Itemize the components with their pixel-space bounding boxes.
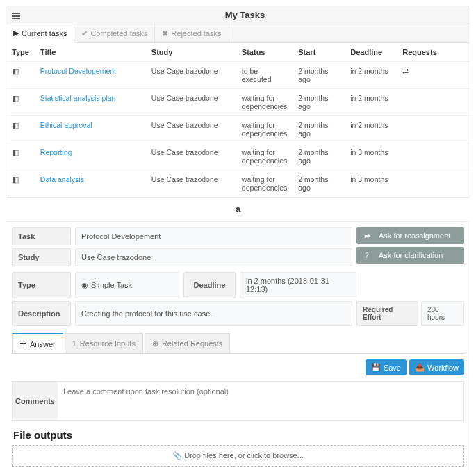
- task-type-icon: ◧: [12, 67, 19, 75]
- tab-current-tasks[interactable]: ▶ Current tasks: [6, 24, 74, 43]
- table-row: ◧Statistical analysis planUse Case trazo…: [6, 89, 470, 116]
- table-row: ◧Protocol DevelopementUse Case trazodone…: [6, 62, 470, 89]
- effort-value: 280 hours: [421, 301, 464, 326]
- type-cell: ◧: [6, 89, 35, 116]
- title-cell[interactable]: Protocol Developement: [35, 62, 146, 89]
- study-cell: Use Case trazodone: [146, 143, 236, 170]
- check-icon: ✔: [81, 29, 88, 38]
- col-study: Study: [146, 43, 236, 62]
- svg-rect-2: [12, 18, 20, 19]
- study-label: Study: [12, 248, 71, 266]
- start-cell: 2 months ago: [293, 116, 345, 143]
- tab-resource-inputs[interactable]: 1 Resource Inputs: [65, 333, 143, 353]
- list-icon: ☰: [19, 339, 26, 348]
- save-button[interactable]: 💾 Save: [366, 359, 407, 375]
- file-outputs-heading: File outputs: [13, 429, 463, 441]
- start-cell: 2 months ago: [293, 143, 345, 170]
- link-icon: ⊕: [152, 339, 158, 348]
- task-type-icon: ◧: [12, 148, 19, 156]
- svg-rect-1: [12, 15, 20, 17]
- title-cell[interactable]: Reporting: [35, 143, 146, 170]
- col-type: Type: [6, 43, 35, 62]
- count-badge: 1: [72, 339, 76, 348]
- type-cell: ◧: [6, 170, 35, 197]
- task-type-icon: ◧: [12, 175, 19, 184]
- tab-answer[interactable]: ☰ Answer: [12, 333, 63, 353]
- study-cell: Use Case trazodone: [146, 116, 236, 143]
- my-tasks-panel: My Tasks ▶ Current tasks ✔ Completed tas…: [6, 6, 470, 198]
- type-value: ◉ Simple Task: [75, 272, 179, 298]
- type-cell: ◧: [6, 143, 35, 170]
- type-label: Type: [12, 272, 71, 298]
- description-value: Creating the protocol for this use case.: [75, 301, 352, 326]
- task-label: Task: [12, 227, 71, 245]
- deadline-cell: in 2 months: [345, 116, 397, 143]
- workflow-button[interactable]: 📤 Workflow: [409, 359, 464, 375]
- reassign-icon: ⇄: [362, 232, 372, 240]
- effort-label: Required Effort: [356, 301, 418, 326]
- requests-cell: [397, 89, 470, 116]
- task-type-icon: ◧: [12, 121, 19, 129]
- study-value: Use Case trazodone: [75, 248, 352, 266]
- description-label: Description: [12, 301, 71, 326]
- col-start: Start: [293, 43, 345, 62]
- deadline-cell: in 2 months: [345, 89, 397, 116]
- type-cell: ◧: [6, 116, 35, 143]
- col-deadline: Deadline: [345, 43, 397, 62]
- tasks-table: Type Title Study Status Start Deadline R…: [6, 43, 470, 197]
- ask-reassignment-button[interactable]: ⇄ Ask for reassignment: [356, 227, 464, 244]
- study-cell: Use Case trazodone: [146, 89, 236, 116]
- deadline-cell: in 3 months: [345, 170, 397, 197]
- figure-label-a: a: [0, 204, 476, 214]
- table-row: ◧ReportingUse Case trazodonewaiting for …: [6, 143, 470, 170]
- status-cell: waiting for dependencies: [236, 89, 293, 116]
- tab-rejected-tasks[interactable]: ✖ Rejected tasks: [155, 24, 229, 42]
- svg-rect-0: [12, 13, 20, 14]
- start-cell: 2 months ago: [293, 170, 345, 197]
- task-detail-panel: Task Protocol Developement Study Use Cas…: [6, 221, 470, 470]
- requests-cell: [397, 143, 470, 170]
- globe-icon: ◉: [81, 281, 88, 290]
- comments-label: Comments: [13, 382, 58, 420]
- status-cell: waiting for dependencies: [236, 170, 293, 197]
- list-icon: [12, 10, 20, 19]
- deadline-cell: in 3 months: [345, 143, 397, 170]
- task-type-icon: ◧: [12, 94, 19, 102]
- save-icon: 💾: [371, 363, 381, 372]
- title-cell[interactable]: Statistical analysis plan: [35, 89, 146, 116]
- comments-input[interactable]: [58, 382, 463, 420]
- panel-title: My Tasks: [26, 10, 464, 20]
- question-icon: ?: [362, 252, 372, 259]
- button-bar: 💾 Save 📤 Workflow: [12, 359, 464, 375]
- ask-clarification-button[interactable]: ? Ask for clarification: [356, 247, 464, 264]
- type-cell: ◧: [6, 62, 35, 89]
- requests-cell: [397, 116, 470, 143]
- requests-cell: ⇄: [397, 62, 470, 89]
- col-requests: Requests: [397, 43, 470, 62]
- comments-row: Comments: [12, 381, 464, 421]
- status-cell: to be executed: [236, 62, 293, 89]
- status-cell: waiting for dependencies: [236, 143, 293, 170]
- start-cell: 2 months ago: [293, 89, 345, 116]
- sitemap-icon: 📤: [415, 363, 425, 372]
- tab-related-requests[interactable]: ⊕ Related Requests: [145, 333, 230, 353]
- tasks-tabs: ▶ Current tasks ✔ Completed tasks ✖ Reje…: [6, 24, 470, 43]
- attachment-icon: 📎: [172, 451, 182, 460]
- title-cell[interactable]: Ethical approval: [35, 116, 146, 143]
- file-dropzone[interactable]: 📎 Drop files here, or click to browse...: [12, 445, 464, 467]
- play-icon: ▶: [13, 29, 19, 38]
- start-cell: 2 months ago: [293, 62, 345, 89]
- table-row: ◧Data analysisUse Case trazodonewaiting …: [6, 170, 470, 197]
- col-title: Title: [35, 43, 146, 62]
- deadline-cell: in 2 months: [345, 62, 397, 89]
- table-row: ◧Ethical approvalUse Case trazodonewaiti…: [6, 116, 470, 143]
- panel-header: My Tasks: [6, 6, 470, 24]
- title-cell[interactable]: Data analysis: [35, 170, 146, 197]
- requests-cell: [397, 170, 470, 197]
- detail-tabs: ☰ Answer 1 Resource Inputs ⊕ Related Req…: [12, 333, 464, 354]
- study-cell: Use Case trazodone: [146, 170, 236, 197]
- status-cell: waiting for dependencies: [236, 116, 293, 143]
- deadline-label: Deadline: [183, 272, 236, 298]
- tab-completed-tasks[interactable]: ✔ Completed tasks: [74, 24, 155, 42]
- task-value: Protocol Developement: [75, 227, 352, 245]
